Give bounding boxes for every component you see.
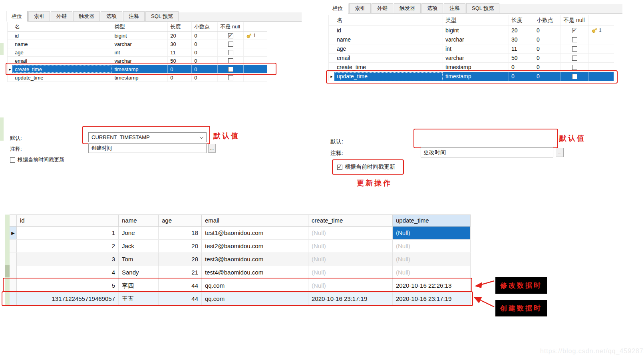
comment-input[interactable]: 创建时间 <box>88 143 207 153</box>
field-decimals[interactable]: 0 <box>534 26 561 35</box>
field-name[interactable]: email <box>12 57 112 65</box>
grid-col-name[interactable]: name <box>119 215 159 226</box>
cell-create-time[interactable]: (Null) <box>308 266 393 279</box>
field-name[interactable]: age <box>334 44 443 53</box>
not-null-checkbox[interactable] <box>572 74 577 79</box>
field-row-age[interactable]: age int 11 0 <box>329 44 614 54</box>
field-name[interactable]: id <box>12 32 112 40</box>
field-row-id[interactable]: id bigint 20 0 1 <box>8 32 267 40</box>
cell-age[interactable]: 28 <box>159 253 202 266</box>
field-length[interactable]: 50 <box>168 57 192 65</box>
field-type[interactable]: varchar <box>443 54 509 62</box>
not-null-checkbox[interactable] <box>228 33 233 38</box>
field-length[interactable]: 0 <box>509 72 534 81</box>
cell-create-time[interactable]: (Null) <box>308 240 393 253</box>
cell-id[interactable]: 1 <box>17 227 119 239</box>
not-null-checkbox[interactable] <box>228 75 233 80</box>
not-null-checkbox[interactable] <box>572 37 577 42</box>
field-name[interactable]: update_time <box>334 72 443 81</box>
grid-col-create-time[interactable]: create_time <box>308 215 393 226</box>
field-length[interactable]: 11 <box>168 48 192 56</box>
not-null-checkbox[interactable] <box>228 58 233 64</box>
col-type[interactable]: 类型 <box>112 22 168 31</box>
cell-age[interactable]: 21 <box>159 266 202 279</box>
tab-sql-preview[interactable]: SQL 预览 <box>145 11 179 21</box>
col-length[interactable]: 长度 <box>168 22 192 31</box>
grid-row-6[interactable]: 1317122455719469057 王五 44 qq.com 2020-10… <box>10 292 471 306</box>
cell-email[interactable]: qq.com <box>202 279 308 292</box>
field-decimals[interactable]: 0 <box>192 40 218 48</box>
grid-scrollbar-track[interactable] <box>5 215 10 306</box>
cell-update-time[interactable]: 2020-10-16 22:26:13 <box>393 279 471 292</box>
field-length[interactable]: 20 <box>509 26 534 35</box>
field-length[interactable]: 30 <box>168 40 192 48</box>
field-type[interactable]: timestamp <box>443 72 509 81</box>
field-length[interactable]: 30 <box>509 35 534 44</box>
cell-name[interactable]: Jone <box>119 227 159 239</box>
field-decimals[interactable]: 0 <box>534 72 561 81</box>
field-type[interactable]: bigint <box>112 32 168 40</box>
grid-col-age[interactable]: age <box>159 215 202 226</box>
tab-fields[interactable]: 栏位 <box>327 3 348 14</box>
field-row-email[interactable]: email varchar 50 0 <box>329 54 614 63</box>
field-name[interactable]: name <box>12 40 112 48</box>
tab-triggers[interactable]: 触发器 <box>73 11 100 21</box>
default-value-combobox[interactable]: CURRENT_TIMESTAMP <box>88 132 207 142</box>
col-decimals[interactable]: 小数点 <box>534 15 561 26</box>
field-decimals[interactable]: 0 <box>192 74 218 82</box>
cell-update-time[interactable]: (Null) <box>393 253 471 266</box>
cell-update-time[interactable]: (Null) <box>393 240 471 253</box>
cell-email[interactable]: qq.com <box>202 292 308 305</box>
field-row-age[interactable]: age int 11 0 <box>8 48 267 57</box>
field-decimals[interactable]: 0 <box>192 32 218 40</box>
field-row-id[interactable]: id bigint 20 0 1 <box>329 26 614 35</box>
tab-indexes[interactable]: 索引 <box>28 11 50 21</box>
col-name[interactable]: 名 <box>12 22 112 31</box>
cell-id[interactable]: 1317122455719469057 <box>17 292 119 305</box>
field-length[interactable]: 0 <box>168 65 192 73</box>
cell-id[interactable]: 4 <box>17 266 119 279</box>
tab-foreign-keys[interactable]: 外键 <box>372 3 393 13</box>
cell-id[interactable]: 3 <box>17 253 119 266</box>
tab-options[interactable]: 选项 <box>101 11 122 21</box>
field-name[interactable]: create_time <box>334 63 443 72</box>
tab-comment[interactable]: 注释 <box>444 3 465 13</box>
cell-email[interactable]: test2@baomidou.com <box>202 240 308 253</box>
field-row-update-time[interactable]: update_time timestamp 0 0 <box>8 74 267 82</box>
cell-update-time[interactable]: (Null) <box>393 266 471 279</box>
tab-indexes[interactable]: 索引 <box>349 3 371 13</box>
tab-options[interactable]: 选项 <box>421 3 443 13</box>
field-type[interactable]: bigint <box>443 26 509 35</box>
chevron-down-icon[interactable] <box>200 135 204 139</box>
cell-create-time[interactable]: (Null) <box>308 253 393 266</box>
not-null-checkbox[interactable] <box>572 28 577 33</box>
field-row-email[interactable]: email varchar 50 0 <box>8 57 267 65</box>
not-null-checkbox[interactable] <box>228 50 233 55</box>
on-update-timestamp-checkbox[interactable] <box>337 165 342 170</box>
cell-email[interactable]: test4@baomidou.com <box>202 266 308 279</box>
tab-comment[interactable]: 注释 <box>123 11 145 21</box>
field-decimals[interactable]: 0 <box>192 48 218 56</box>
col-not-null[interactable]: 不是 null <box>561 15 589 26</box>
field-decimals[interactable]: 0 <box>192 57 218 65</box>
field-type[interactable]: timestamp <box>112 65 168 73</box>
field-name[interactable]: create_time <box>12 65 112 73</box>
field-decimals[interactable]: 0 <box>534 54 561 62</box>
cell-update-time[interactable]: 2020-10-16 23:17:19 <box>393 292 471 305</box>
comment-input[interactable]: 更改时间 <box>421 147 553 157</box>
cell-name[interactable]: 李四 <box>119 279 159 292</box>
cell-name[interactable]: 王五 <box>119 292 159 305</box>
field-row-update-time-selected[interactable]: ▸ update_time timestamp 0 0 <box>329 72 614 81</box>
field-length[interactable]: 50 <box>509 54 534 62</box>
field-decimals[interactable]: 0 <box>534 35 561 44</box>
field-row-create-time-selected[interactable]: ▸ create_time timestamp 0 0 <box>8 65 267 74</box>
not-null-checkbox[interactable] <box>228 67 233 72</box>
grid-row-4[interactable]: 4 Sandy 21 test4@baomidou.com (Null) (Nu… <box>10 266 471 279</box>
cell-create-time[interactable]: (Null) <box>308 227 393 239</box>
field-type[interactable]: varchar <box>443 35 509 44</box>
field-row-name[interactable]: name varchar 30 0 <box>329 35 614 44</box>
comment-ellipsis-button[interactable]: ... <box>208 144 216 153</box>
not-null-checkbox[interactable] <box>228 42 233 47</box>
field-row-name[interactable]: name varchar 30 0 <box>8 40 267 48</box>
field-type[interactable]: varchar <box>112 40 168 48</box>
